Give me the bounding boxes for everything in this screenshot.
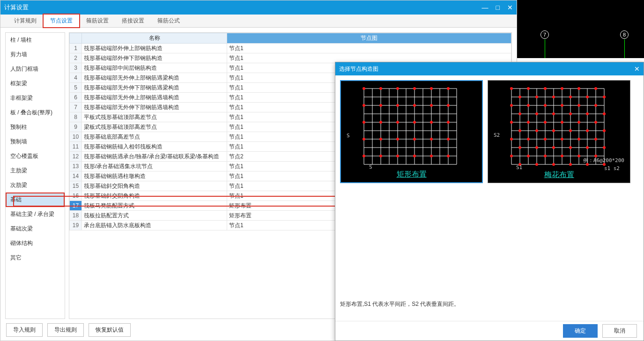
svg-point-48 [396,155,399,157]
close-button[interactable]: ✕ [507,4,513,11]
svg-point-87 [527,104,530,107]
tab-4[interactable]: 箍筋公式 [151,15,186,27]
sidebar-item-0[interactable]: 柱 / 墙柱 [6,33,65,47]
svg-point-130 [552,163,555,166]
sidebar-item-15[interactable]: 其它 [6,251,65,265]
cell-name[interactable]: 筏形基础端部外伸下部钢筋构造 [82,53,227,63]
ok-button[interactable]: 确定 [563,324,598,338]
svg-point-105 [535,129,538,132]
cell-name[interactable]: 筏形基础钢筋遇柱墩构造 [82,171,227,181]
cell-name[interactable]: 筏板拉筋配置方式 [82,211,227,221]
cell-name[interactable]: 筏形基础钢筋遇承台/独基/承台梁/基础联系梁/条基构造 [82,152,227,162]
axis-x-label: S1 [516,164,522,170]
sidebar-item-5[interactable]: 板 / 叠合板(整厚) [6,105,65,120]
sidebar-item-13[interactable]: 基础次梁 [6,222,65,236]
svg-point-33 [447,104,450,107]
svg-point-82 [552,96,555,98]
cad-node-8: 8 [620,30,629,39]
minimize-button[interactable]: — [482,4,489,11]
svg-point-102 [577,121,580,124]
svg-point-30 [396,104,399,107]
example-label: 例：A6@200*200 [583,157,624,164]
sidebar-item-1[interactable]: 剪力墙 [6,47,65,62]
sidebar-item-8[interactable]: 空心楼盖板 [6,149,65,163]
cell-name[interactable]: 筏形基础端部外伸上部钢筋构造 [82,44,227,53]
col-name-header: 名称 [82,33,227,44]
svg-point-26 [430,87,433,90]
cad-preview: 7 8 [517,0,644,58]
cell-name[interactable]: 筏形基础底部高差节点 [82,132,227,142]
sidebar-item-12[interactable]: 基础主梁 / 承台梁 [6,207,65,222]
sidebar-item-3[interactable]: 框架梁 [6,76,65,91]
svg-point-39 [447,121,450,124]
cell-name[interactable]: 筏形基础斜交阳角构造 [82,181,227,191]
cell-name[interactable]: 筏形基础端部无外伸上部钢筋遇墙构造 [82,93,227,103]
svg-point-41 [379,138,382,141]
maximize-button[interactable]: □ [496,4,500,11]
svg-point-119 [569,146,572,149]
svg-point-113 [561,138,563,141]
cell-name[interactable]: 筏形基础端部无外伸下部钢筋遇梁构造 [82,83,227,93]
table-row[interactable]: 1筏形基础端部外伸上部钢筋构造节点1 [70,44,511,53]
svg-point-123 [527,155,530,157]
sidebar-item-2[interactable]: 人防门框墙 [6,62,65,76]
svg-point-32 [430,104,433,107]
cell-name[interactable]: 筏形/承台基础遇集水坑节点 [82,162,227,171]
svg-point-124 [544,155,547,157]
svg-point-117 [535,146,538,149]
row-number: 12 [70,152,82,162]
legend-label: s1 s2 [604,165,620,171]
cell-name[interactable]: 筏形基础端部无外伸上部钢筋遇梁构造 [82,73,227,83]
cell-name[interactable]: 筏形基础钢筋锚入相邻筏板构造 [82,142,227,152]
svg-point-27 [447,87,450,90]
svg-point-28 [363,104,365,107]
tab-0[interactable]: 计算规则 [7,15,43,27]
sidebar-item-10[interactable]: 次肋梁 [6,178,65,193]
sidebar-item-14[interactable]: 砌体结构 [6,236,65,251]
bottom-button-0[interactable]: 导入规则 [6,323,43,337]
svg-point-98 [510,121,513,124]
cell-name[interactable]: 梁板式筏形基础顶部高差节点 [82,122,227,132]
cell-name[interactable]: 筏形基础端部无外伸下部钢筋遇墙构造 [82,103,227,112]
svg-point-131 [569,163,572,166]
tab-2[interactable]: 箍筋设置 [80,15,115,27]
option-card-1[interactable]: S2S1例：A6@200*200s1 s2梅花布置 [488,80,630,183]
sidebar-item-6[interactable]: 预制柱 [6,120,65,134]
tab-1[interactable]: 节点设置 [43,14,80,28]
svg-point-99 [527,121,530,124]
sidebar-item-7[interactable]: 预制墙 [6,134,65,149]
svg-point-25 [413,87,416,90]
dialog-close-button[interactable]: ✕ [634,65,640,73]
svg-point-79 [594,87,597,90]
cell-name[interactable]: 平板式筏形基础顶部高差节点 [82,112,227,122]
svg-point-74 [510,87,513,90]
sidebar-item-9[interactable]: 主肋梁 [6,163,65,178]
tab-3[interactable]: 搭接设置 [115,15,151,27]
sidebar-item-11[interactable]: 基础 [6,193,65,207]
cad-node-7: 7 [540,30,549,39]
cell-name[interactable]: 筏形基础端部中间层钢筋构造 [82,63,227,73]
select-node-dialog: 选择节点构造图 ✕ SS矩形布置S2S1例：A6@200*200s1 s2梅花布… [335,62,644,341]
svg-point-110 [510,138,513,141]
window-controls: — □ ✕ [482,4,513,11]
bottom-button-2[interactable]: 恢复默认值 [89,323,131,337]
row-number: 17 [70,201,82,211]
cell-name[interactable]: 承台底筋锚入防水底板构造 [82,221,227,230]
row-number: 15 [70,181,82,191]
sidebar-item-4[interactable]: 非框架梁 [6,91,65,105]
svg-point-75 [527,87,530,90]
svg-point-43 [413,138,416,141]
svg-point-114 [577,138,580,141]
cancel-button[interactable]: 取消 [602,324,637,338]
option-card-0[interactable]: SS矩形布置 [340,80,483,183]
cell-node[interactable]: 节点1 [227,44,511,53]
svg-point-35 [379,121,382,124]
svg-point-85 [603,96,606,98]
cell-name[interactable]: 筏板马凳筋配置方式 [82,201,227,211]
bottom-button-1[interactable]: 导出规则 [47,323,84,337]
svg-point-112 [544,138,547,141]
svg-point-118 [552,146,555,149]
cell-name[interactable]: 筏形基础斜交阴角构造 [82,191,227,201]
dialog-titlebar: 选择节点构造图 ✕ [335,62,644,75]
row-number: 14 [70,171,82,181]
